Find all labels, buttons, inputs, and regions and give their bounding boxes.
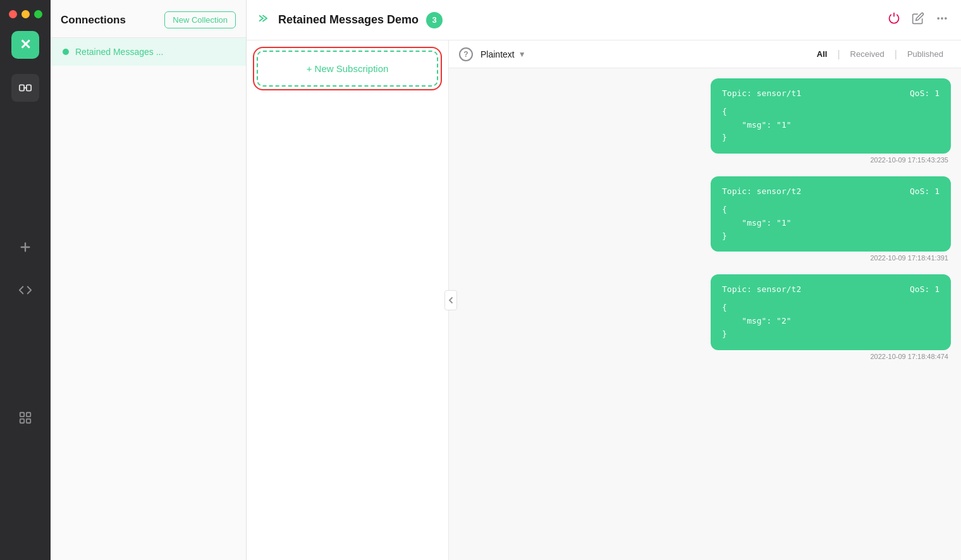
svg-point-11 (945, 18, 946, 19)
svg-rect-7 (20, 419, 24, 423)
power-button[interactable] (888, 12, 900, 28)
message-wrapper: Topic: sensor/t2 QoS: 1 { "msg": "2" } 2… (459, 274, 951, 367)
connections-title: Connections (61, 14, 126, 27)
connection-item[interactable]: Retained Messages ... (51, 38, 246, 66)
message-timestamp: 2022-10-09 17:15:43:235 (870, 156, 951, 164)
more-options-button[interactable] (936, 12, 948, 28)
nav-grid-icon[interactable] (11, 404, 39, 432)
icon-bar: ✕ (0, 0, 51, 560)
messages-toolbar: ? Plaintext ▼ All | Received | Published (449, 40, 961, 68)
svg-rect-1 (27, 85, 31, 90)
app-logo: ✕ (11, 31, 39, 59)
message-topic: Topic: sensor/t1 (722, 87, 801, 100)
message-timestamp: 2022-10-09 17:18:41:391 (870, 254, 951, 262)
double-chevron-icon (259, 13, 274, 27)
edit-button[interactable] (912, 12, 924, 28)
traffic-lights (0, 10, 42, 18)
svg-point-9 (938, 18, 939, 19)
message-bubble: Topic: sensor/t2 QoS: 1 { "msg": "2" } (711, 274, 951, 350)
message-qos: QoS: 1 (910, 283, 940, 296)
main-content: Retained Messages Demo 3 (247, 0, 961, 560)
message-count-badge: 3 (426, 12, 443, 28)
connection-title: Retained Messages Demo (278, 13, 419, 27)
message-body: { "msg": "1" } (722, 106, 940, 145)
new-collection-button[interactable]: New Collection (164, 11, 236, 28)
help-icon[interactable]: ? (459, 47, 473, 61)
message-qos: QoS: 1 (910, 87, 940, 100)
format-chevron-icon: ▼ (518, 50, 526, 59)
message-body: { "msg": "2" } (722, 301, 940, 341)
filter-tabs: All | Received | Published (809, 47, 951, 61)
connection-name: Retained Messages ... (75, 47, 163, 57)
message-timestamp: 2022-10-09 17:18:48:474 (870, 353, 951, 360)
tab-published[interactable]: Published (900, 47, 951, 61)
nav-connections-icon[interactable] (11, 74, 39, 102)
message-wrapper: Topic: sensor/t1 QoS: 1 { "msg": "1" } 2… (459, 78, 951, 171)
collapse-panel-button[interactable] (444, 290, 457, 310)
connections-header: Connections New Collection (51, 0, 246, 38)
svg-rect-6 (27, 413, 30, 417)
format-selector[interactable]: Plaintext ▼ (481, 49, 526, 59)
svg-rect-8 (27, 419, 30, 423)
message-body: { "msg": "1" } (722, 204, 940, 243)
message-qos: QoS: 1 (910, 185, 940, 198)
tab-all[interactable]: All (809, 47, 835, 61)
svg-rect-0 (20, 85, 24, 90)
top-bar: Retained Messages Demo 3 (247, 0, 961, 40)
messages-list: Topic: sensor/t1 QoS: 1 { "msg": "1" } 2… (449, 68, 961, 560)
close-window-button[interactable] (9, 10, 17, 18)
message-topic: Topic: sensor/t2 (722, 185, 801, 198)
connection-status-dot (63, 49, 69, 55)
nav-code-icon[interactable] (11, 276, 39, 304)
new-subscription-button[interactable]: + New Subscription (257, 51, 438, 87)
top-bar-actions (888, 12, 948, 28)
icon-bar-nav (0, 74, 51, 432)
connections-panel: Connections New Collection Retained Mess… (51, 0, 247, 560)
format-label: Plaintext (481, 49, 515, 59)
messages-panel: ? Plaintext ▼ All | Received | Published (449, 40, 961, 560)
minimize-window-button[interactable] (21, 10, 30, 18)
message-bubble: Topic: sensor/t1 QoS: 1 { "msg": "1" } (711, 78, 951, 154)
svg-rect-5 (20, 413, 24, 417)
maximize-window-button[interactable] (34, 10, 42, 18)
message-wrapper: Topic: sensor/t2 QoS: 1 { "msg": "1" } 2… (459, 176, 951, 269)
tab-received[interactable]: Received (843, 47, 892, 61)
message-topic: Topic: sensor/t2 (722, 283, 801, 296)
subscriptions-panel: + New Subscription (247, 40, 449, 560)
message-bubble: Topic: sensor/t2 QoS: 1 { "msg": "1" } (711, 176, 951, 252)
svg-point-10 (941, 18, 943, 19)
content-area: + New Subscription ? Plaintext ▼ All | R… (247, 40, 961, 560)
nav-add-icon[interactable] (11, 233, 39, 261)
